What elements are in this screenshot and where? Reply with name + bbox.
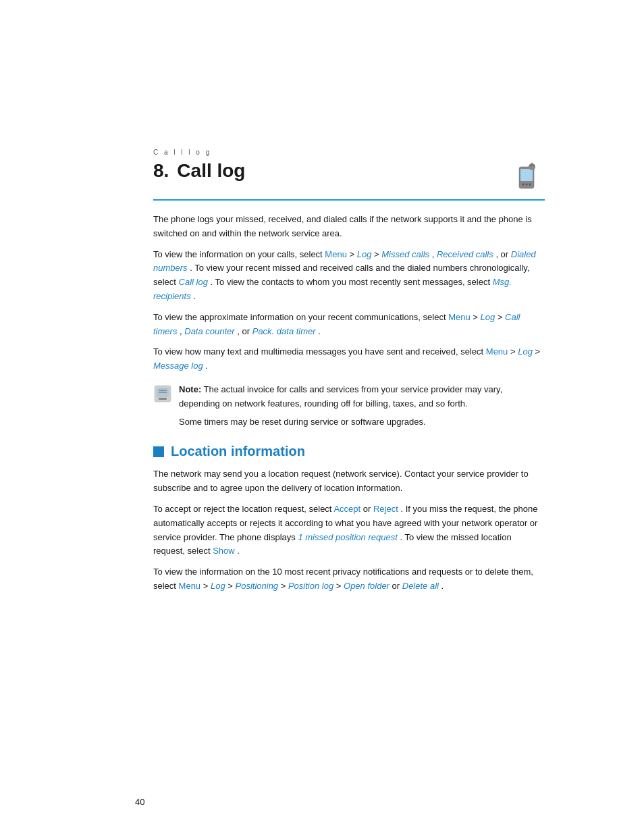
location-para3: To view the information on the 10 most r…	[153, 565, 545, 594]
para1-text3: >	[374, 249, 381, 259]
loc-log-link[interactable]: Log	[211, 581, 225, 591]
loc-para2-text2: or	[363, 504, 373, 514]
loc-para3-text6: or	[392, 581, 402, 591]
note-block: Note: The actual invoice for calls and s…	[153, 383, 545, 429]
para1: To view the information on your calls, s…	[153, 248, 545, 304]
note-icon	[153, 384, 172, 403]
loc-para2-text1: To accept or reject the location request…	[153, 504, 333, 514]
para2: To view the approximate information on y…	[153, 311, 545, 339]
loc-para3-text7: .	[441, 581, 444, 591]
para2-log-link[interactable]: Log	[481, 312, 495, 322]
note-body: The actual invoice for calls and service…	[179, 384, 502, 409]
para1-text2: >	[350, 249, 357, 259]
loc-para2-text5: .	[237, 546, 240, 556]
para1-text7: . To view the contacts to whom you most …	[211, 277, 493, 287]
location-para1: The network may send you a location requ…	[153, 467, 545, 496]
para1-text5: , or	[495, 249, 510, 259]
para1-text4: ,	[432, 249, 437, 259]
svg-rect-1	[520, 169, 533, 181]
para2-text2: >	[473, 312, 480, 322]
note-text-2: Some timers may be reset during service …	[179, 415, 545, 429]
para3-messagelog-link[interactable]: Message log	[153, 361, 203, 371]
page-number: 40	[135, 797, 144, 807]
para2-packdata-link[interactable]: Pack. data timer	[252, 326, 316, 336]
para3-log-link[interactable]: Log	[518, 346, 533, 357]
para2-datacounter-link[interactable]: Data counter	[184, 326, 234, 336]
location-para2: To accept or reject the location request…	[153, 502, 545, 558]
para1-missed-link[interactable]: Missed calls	[381, 249, 429, 259]
para3-text2: >	[510, 346, 518, 357]
loc-positionlog-link[interactable]: Position log	[288, 581, 333, 591]
para2-text6: .	[318, 326, 321, 336]
intro-paragraph: The phone logs your missed, received, an…	[153, 213, 545, 241]
loc-accept-link[interactable]: Accept	[333, 504, 360, 514]
svg-point-2	[522, 184, 525, 186]
chapter-title: Call log	[177, 160, 245, 182]
para3-text3: >	[535, 346, 541, 357]
para1-received-link[interactable]: Received calls	[437, 249, 493, 259]
loc-positioning-link[interactable]: Positioning	[236, 581, 279, 591]
para1-calllog-link[interactable]: Call log	[179, 277, 208, 287]
para3-text4: .	[205, 361, 208, 371]
para2-text5: , or	[237, 326, 252, 336]
loc-deleteall-link[interactable]: Delete all	[402, 581, 439, 591]
location-section-title: Location information	[171, 444, 305, 459]
loc-reject-link[interactable]: Reject	[373, 504, 398, 514]
loc-show-link[interactable]: Show	[213, 546, 235, 556]
loc-para3-text4: >	[281, 581, 288, 591]
para1-text1: To view the information on your calls, s…	[153, 249, 325, 259]
loc-para3-text3: >	[227, 581, 235, 591]
note-label: Note:	[179, 384, 201, 394]
para1-text8: .	[193, 291, 196, 301]
svg-rect-9	[159, 398, 167, 400]
para3-menu-link[interactable]: Menu	[486, 346, 508, 357]
para2-text3: >	[498, 312, 505, 322]
section-label: C a l l l o g	[153, 149, 545, 156]
chapter-number: 8.	[153, 160, 169, 182]
para1-menu-link[interactable]: Menu	[325, 249, 347, 259]
loc-openfolder-link[interactable]: Open folder	[344, 581, 390, 591]
para1-log-link[interactable]: Log	[357, 249, 372, 259]
chapter-icon	[510, 160, 545, 195]
para3-text1: To view how many text and multimedia mes…	[153, 346, 486, 357]
loc-para3-text5: >	[336, 581, 344, 591]
para3: To view how many text and multimedia mes…	[153, 345, 545, 373]
chapter-header: 8. Call log	[153, 160, 545, 201]
svg-point-4	[529, 184, 531, 186]
loc-para3-text2: >	[203, 581, 211, 591]
loc-menu-link[interactable]: Menu	[179, 581, 201, 591]
page-container: C a l l l o g 8. Call log	[0, 0, 644, 834]
content-area: C a l l l o g 8. Call log	[18, 0, 626, 641]
note-content: Note: The actual invoice for calls and s…	[179, 383, 545, 429]
loc-missed-link[interactable]: 1 missed position request	[298, 532, 397, 542]
note-text-1: Note: The actual invoice for calls and s…	[179, 383, 545, 411]
para2-text1: To view the approximate information on y…	[153, 312, 448, 322]
location-section-header: Location information	[153, 444, 545, 459]
svg-point-3	[526, 184, 528, 186]
blue-square-icon	[153, 446, 164, 457]
para2-menu-link[interactable]: Menu	[448, 312, 471, 322]
